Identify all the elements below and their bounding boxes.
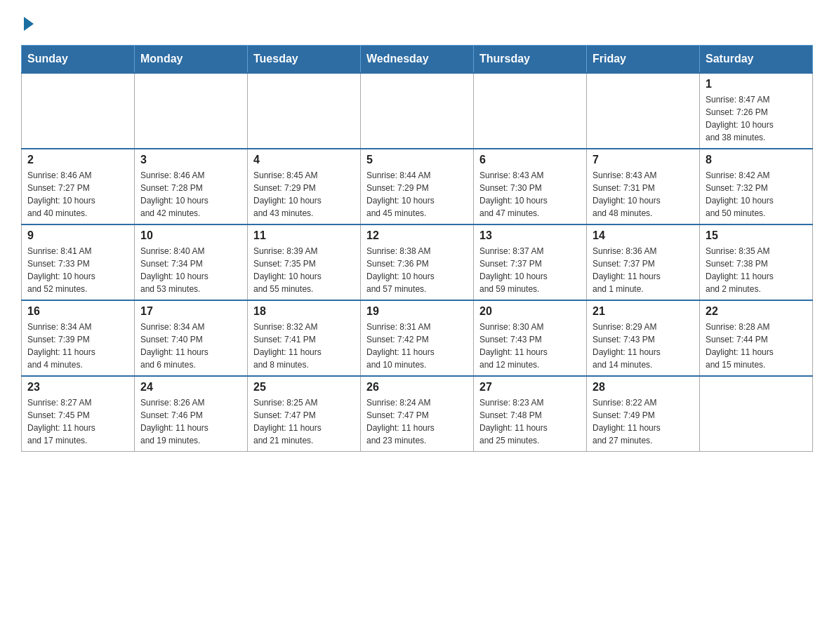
day-number: 2	[27, 154, 128, 166]
calendar-cell: 24Sunrise: 8:26 AMSunset: 7:46 PMDayligh…	[135, 376, 248, 452]
day-number: 23	[27, 381, 128, 394]
calendar-cell	[135, 73, 248, 149]
day-info: Sunrise: 8:30 AMSunset: 7:43 PMDaylight:…	[479, 321, 581, 371]
calendar-week-3: 9Sunrise: 8:41 AMSunset: 7:33 PMDaylight…	[22, 224, 813, 300]
day-info: Sunrise: 8:27 AMSunset: 7:45 PMDaylight:…	[27, 396, 128, 447]
page-header	[21, 14, 813, 31]
day-info: Sunrise: 8:46 AMSunset: 7:28 PMDaylight:…	[140, 169, 241, 220]
weekday-header-tuesday: Tuesday	[248, 46, 361, 74]
day-info: Sunrise: 8:28 AMSunset: 7:44 PMDaylight:…	[706, 321, 807, 371]
calendar-cell: 22Sunrise: 8:28 AMSunset: 7:44 PMDayligh…	[700, 300, 813, 376]
calendar-cell: 13Sunrise: 8:37 AMSunset: 7:37 PMDayligh…	[474, 224, 587, 300]
calendar-cell: 7Sunrise: 8:43 AMSunset: 7:31 PMDaylight…	[587, 149, 700, 224]
calendar-cell: 16Sunrise: 8:34 AMSunset: 7:39 PMDayligh…	[22, 300, 135, 376]
day-info: Sunrise: 8:39 AMSunset: 7:35 PMDaylight:…	[253, 245, 355, 295]
day-info: Sunrise: 8:25 AMSunset: 7:47 PMDaylight:…	[253, 396, 355, 447]
day-info: Sunrise: 8:31 AMSunset: 7:42 PMDaylight:…	[366, 321, 468, 371]
calendar-cell	[474, 73, 587, 149]
day-number: 5	[366, 154, 468, 166]
weekday-header-wednesday: Wednesday	[361, 46, 474, 74]
calendar-week-2: 2Sunrise: 8:46 AMSunset: 7:27 PMDaylight…	[22, 149, 813, 224]
calendar-cell	[22, 73, 135, 149]
calendar-cell: 18Sunrise: 8:32 AMSunset: 7:41 PMDayligh…	[248, 300, 361, 376]
day-info: Sunrise: 8:24 AMSunset: 7:47 PMDaylight:…	[366, 396, 468, 447]
day-info: Sunrise: 8:34 AMSunset: 7:40 PMDaylight:…	[140, 321, 241, 371]
day-info: Sunrise: 8:41 AMSunset: 7:33 PMDaylight:…	[27, 245, 128, 295]
calendar-cell: 15Sunrise: 8:35 AMSunset: 7:38 PMDayligh…	[700, 224, 813, 300]
day-number: 10	[140, 229, 241, 242]
calendar-cell	[700, 376, 813, 452]
calendar-cell: 14Sunrise: 8:36 AMSunset: 7:37 PMDayligh…	[587, 224, 700, 300]
day-info: Sunrise: 8:42 AMSunset: 7:32 PMDaylight:…	[706, 169, 807, 220]
day-info: Sunrise: 8:38 AMSunset: 7:36 PMDaylight:…	[366, 245, 468, 295]
day-number: 19	[366, 305, 468, 318]
calendar-cell: 10Sunrise: 8:40 AMSunset: 7:34 PMDayligh…	[135, 224, 248, 300]
day-info: Sunrise: 8:37 AMSunset: 7:37 PMDaylight:…	[479, 245, 581, 295]
day-number: 18	[253, 305, 355, 318]
day-info: Sunrise: 8:43 AMSunset: 7:30 PMDaylight:…	[479, 169, 581, 220]
day-number: 6	[479, 154, 581, 166]
calendar-cell: 11Sunrise: 8:39 AMSunset: 7:35 PMDayligh…	[248, 224, 361, 300]
day-info: Sunrise: 8:29 AMSunset: 7:43 PMDaylight:…	[593, 321, 694, 371]
day-info: Sunrise: 8:23 AMSunset: 7:48 PMDaylight:…	[479, 396, 581, 447]
calendar-cell: 19Sunrise: 8:31 AMSunset: 7:42 PMDayligh…	[361, 300, 474, 376]
day-info: Sunrise: 8:35 AMSunset: 7:38 PMDaylight:…	[706, 245, 807, 295]
day-info: Sunrise: 8:22 AMSunset: 7:49 PMDaylight:…	[593, 396, 694, 447]
day-number: 26	[366, 381, 468, 394]
calendar-week-5: 23Sunrise: 8:27 AMSunset: 7:45 PMDayligh…	[22, 376, 813, 452]
calendar-cell: 23Sunrise: 8:27 AMSunset: 7:45 PMDayligh…	[22, 376, 135, 452]
logo	[21, 14, 34, 31]
calendar-cell: 28Sunrise: 8:22 AMSunset: 7:49 PMDayligh…	[587, 376, 700, 452]
day-number: 25	[253, 381, 355, 394]
day-info: Sunrise: 8:45 AMSunset: 7:29 PMDaylight:…	[253, 169, 355, 220]
calendar-header-row: SundayMondayTuesdayWednesdayThursdayFrid…	[22, 46, 813, 74]
day-info: Sunrise: 8:26 AMSunset: 7:46 PMDaylight:…	[140, 396, 241, 447]
calendar-week-4: 16Sunrise: 8:34 AMSunset: 7:39 PMDayligh…	[22, 300, 813, 376]
weekday-header-monday: Monday	[135, 46, 248, 74]
day-number: 9	[27, 229, 128, 242]
day-number: 7	[593, 154, 694, 166]
calendar-cell: 3Sunrise: 8:46 AMSunset: 7:28 PMDaylight…	[135, 149, 248, 224]
logo-arrow-icon	[24, 17, 34, 31]
calendar-cell: 20Sunrise: 8:30 AMSunset: 7:43 PMDayligh…	[474, 300, 587, 376]
calendar-cell	[248, 73, 361, 149]
calendar-cell: 8Sunrise: 8:42 AMSunset: 7:32 PMDaylight…	[700, 149, 813, 224]
day-info: Sunrise: 8:34 AMSunset: 7:39 PMDaylight:…	[27, 321, 128, 371]
calendar-cell	[361, 73, 474, 149]
day-info: Sunrise: 8:40 AMSunset: 7:34 PMDaylight:…	[140, 245, 241, 295]
calendar-cell: 2Sunrise: 8:46 AMSunset: 7:27 PMDaylight…	[22, 149, 135, 224]
day-number: 1	[706, 78, 807, 90]
day-number: 24	[140, 381, 241, 394]
calendar-cell: 12Sunrise: 8:38 AMSunset: 7:36 PMDayligh…	[361, 224, 474, 300]
calendar-cell: 1Sunrise: 8:47 AMSunset: 7:26 PMDaylight…	[700, 73, 813, 149]
day-number: 20	[479, 305, 581, 318]
weekday-header-friday: Friday	[587, 46, 700, 74]
calendar-cell: 5Sunrise: 8:44 AMSunset: 7:29 PMDaylight…	[361, 149, 474, 224]
weekday-header-thursday: Thursday	[474, 46, 587, 74]
calendar-cell: 26Sunrise: 8:24 AMSunset: 7:47 PMDayligh…	[361, 376, 474, 452]
day-number: 16	[27, 305, 128, 318]
day-info: Sunrise: 8:44 AMSunset: 7:29 PMDaylight:…	[366, 169, 468, 220]
day-number: 17	[140, 305, 241, 318]
weekday-header-saturday: Saturday	[700, 46, 813, 74]
day-number: 3	[140, 154, 241, 166]
day-number: 13	[479, 229, 581, 242]
day-info: Sunrise: 8:46 AMSunset: 7:27 PMDaylight:…	[27, 169, 128, 220]
day-number: 15	[706, 229, 807, 242]
calendar-cell: 25Sunrise: 8:25 AMSunset: 7:47 PMDayligh…	[248, 376, 361, 452]
day-number: 21	[593, 305, 694, 318]
calendar-cell	[587, 73, 700, 149]
calendar-cell: 4Sunrise: 8:45 AMSunset: 7:29 PMDaylight…	[248, 149, 361, 224]
day-info: Sunrise: 8:47 AMSunset: 7:26 PMDaylight:…	[706, 93, 807, 144]
day-info: Sunrise: 8:32 AMSunset: 7:41 PMDaylight:…	[253, 321, 355, 371]
weekday-header-sunday: Sunday	[22, 46, 135, 74]
calendar-table: SundayMondayTuesdayWednesdayThursdayFrid…	[21, 45, 813, 452]
day-number: 14	[593, 229, 694, 242]
calendar-cell: 27Sunrise: 8:23 AMSunset: 7:48 PMDayligh…	[474, 376, 587, 452]
day-number: 11	[253, 229, 355, 242]
calendar-week-1: 1Sunrise: 8:47 AMSunset: 7:26 PMDaylight…	[22, 73, 813, 149]
day-info: Sunrise: 8:43 AMSunset: 7:31 PMDaylight:…	[593, 169, 694, 220]
day-number: 27	[479, 381, 581, 394]
calendar-cell: 6Sunrise: 8:43 AMSunset: 7:30 PMDaylight…	[474, 149, 587, 224]
day-number: 28	[593, 381, 694, 394]
